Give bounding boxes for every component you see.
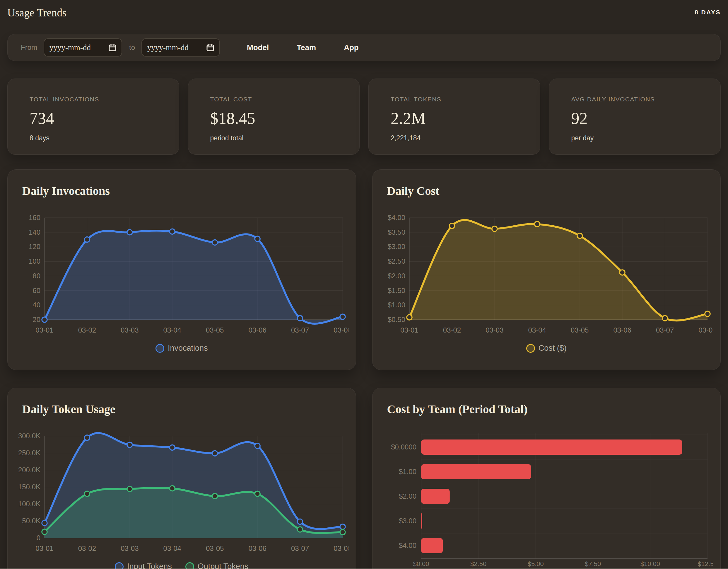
x-tick-label: 03-05	[571, 326, 589, 334]
y-tick-label: 120	[29, 243, 40, 251]
daily-token-usage-chart: 300.0K250.0K200.0K150.0K100.0K50.0K003-0…	[15, 432, 348, 555]
stat-subtitle: 8 days	[30, 134, 157, 142]
x-tick-label: $12.50	[698, 560, 713, 568]
data-point-marker	[170, 486, 175, 491]
chart-legend: Cost ($)	[380, 344, 713, 353]
bar-category-label: $3.00	[399, 517, 416, 525]
stat-subtitle: 2,221,184	[391, 134, 518, 142]
x-tick-label: $0.00	[413, 560, 429, 568]
y-tick-label: 100.0K	[18, 500, 40, 508]
x-tick-label: $2.50	[470, 560, 486, 568]
stat-card-total-cost: TOTAL COST $18.45 period total	[188, 78, 360, 155]
x-tick-label: 03-04	[163, 544, 181, 552]
chart-title: Daily Token Usage	[22, 402, 348, 417]
data-point-marker	[212, 494, 218, 499]
stat-card-total-invocations: TOTAL INVOCATIONS 734 8 days	[7, 78, 179, 155]
to-date-input[interactable]	[141, 38, 220, 57]
data-point-marker	[127, 442, 132, 448]
calendar-icon[interactable]	[206, 43, 215, 52]
stat-label: TOTAL COST	[210, 96, 338, 103]
bar-category-label: $2.00	[399, 492, 416, 500]
bar	[421, 538, 443, 553]
data-point-marker	[212, 451, 218, 456]
data-point-marker	[255, 443, 260, 449]
x-tick-label: $7.50	[585, 560, 601, 568]
calendar-icon[interactable]	[108, 43, 117, 52]
x-tick-label: 03-08	[334, 326, 348, 334]
y-tick-label: $3.00	[387, 243, 405, 251]
data-point-marker	[492, 226, 497, 231]
daily-cost-chart: $4.00$3.50$3.00$2.50$2.00$1.50$1.00$0.50…	[380, 213, 713, 337]
legend-label: Invocations	[168, 344, 208, 353]
y-tick-label: 300.0K	[18, 432, 40, 440]
legend-item-invocations[interactable]: Invocations	[155, 344, 208, 353]
chart-legend: Invocations	[15, 344, 348, 353]
data-point-marker	[255, 491, 260, 497]
x-tick-label: 03-05	[206, 544, 224, 552]
team-filter-button[interactable]: Team	[297, 43, 316, 52]
x-tick-label: 03-06	[248, 326, 266, 334]
y-tick-label: 0	[37, 534, 40, 542]
stat-label: TOTAL INVOCATIONS	[30, 96, 157, 103]
x-tick-label: 03-03	[121, 544, 139, 552]
bar	[421, 513, 422, 529]
stat-value: $18.45	[210, 110, 338, 127]
charts-grid: Daily Invocations 1601401201008060402003…	[7, 169, 721, 569]
app-filter-button[interactable]: App	[344, 43, 359, 52]
y-tick-label: 60	[33, 287, 40, 295]
stat-card-total-tokens: TOTAL TOKENS 2.2M 2,221,184	[368, 78, 540, 155]
x-tick-label: 03-01	[400, 326, 418, 334]
daily-token-usage-card: Daily Token Usage 300.0K250.0K200.0K150.…	[7, 388, 356, 569]
y-tick-label: $3.50	[387, 228, 405, 236]
y-tick-label: 40	[33, 301, 40, 309]
bar-category-label: $1.00	[399, 468, 416, 476]
chart-title: Daily Invocations	[22, 184, 348, 198]
stat-subtitle: period total	[210, 134, 338, 142]
stat-label: TOTAL TOKENS	[391, 96, 518, 103]
filter-bar: From to	[7, 34, 721, 61]
chart-title: Daily Cost	[387, 184, 713, 198]
x-tick-label: 03-03	[486, 326, 503, 334]
x-tick-label: 03-05	[206, 326, 224, 334]
data-point-marker	[84, 491, 90, 497]
to-label: to	[129, 43, 135, 52]
from-date-input[interactable]	[44, 38, 122, 57]
to-date-field[interactable]	[147, 43, 201, 52]
page-title: Usage Trends	[7, 6, 67, 19]
bar	[421, 489, 450, 504]
x-tick-label: 03-01	[35, 326, 53, 334]
stat-value: 92	[571, 110, 699, 127]
data-point-marker	[255, 236, 260, 241]
top-bar: Usage Trends 8 DAYS	[7, 6, 721, 19]
legend-swatch	[155, 344, 164, 353]
model-filter-button[interactable]: Model	[247, 43, 269, 52]
y-tick-label: $2.50	[387, 257, 405, 265]
data-point-marker	[212, 240, 218, 245]
data-point-marker	[298, 316, 303, 321]
data-point-marker	[449, 223, 454, 228]
data-point-marker	[42, 529, 47, 535]
legend-label: Cost ($)	[539, 344, 567, 353]
stat-card-avg-daily-invocations: AVG DAILY INVOCATIONS 92 per day	[549, 78, 721, 155]
period-badge: 8 DAYS	[695, 9, 721, 16]
x-tick-label: 03-08	[334, 544, 348, 552]
chart-title: Cost by Team (Period Total)	[387, 402, 713, 417]
from-label: From	[21, 43, 37, 52]
x-tick-label: 03-03	[121, 326, 139, 334]
from-date-field[interactable]	[49, 43, 103, 52]
y-tick-label: 80	[33, 272, 40, 280]
data-point-marker	[170, 445, 175, 450]
stat-value: 2.2M	[391, 110, 518, 127]
data-point-marker	[705, 312, 710, 317]
data-point-marker	[84, 435, 90, 440]
y-tick-label: $2.00	[387, 272, 405, 280]
legend-item-cost-[interactable]: Cost ($)	[526, 344, 567, 353]
bar	[421, 464, 531, 479]
stat-label: AVG DAILY INVOCATIONS	[571, 96, 699, 103]
cost-by-team-chart: $0.00$2.50$5.00$7.50$10.00$12.50$0.0000$…	[380, 432, 713, 569]
stat-cards-row: TOTAL INVOCATIONS 734 8 days TOTAL COST …	[7, 78, 721, 155]
y-tick-label: 200.0K	[18, 466, 40, 474]
data-point-marker	[534, 221, 540, 227]
x-tick-label: 03-01	[35, 544, 53, 552]
y-tick-label: 100	[29, 257, 40, 265]
